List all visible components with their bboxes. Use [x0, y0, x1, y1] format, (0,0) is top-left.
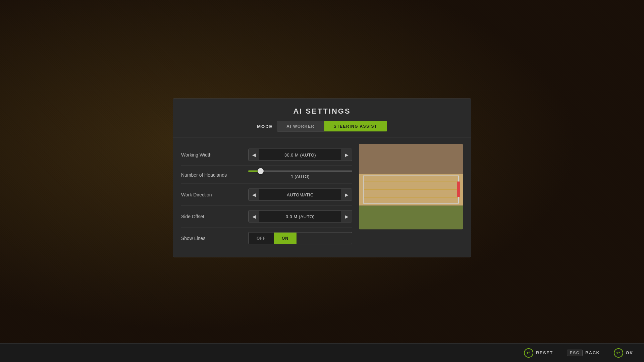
ok-icon: ↩: [614, 348, 623, 358]
working-width-control: ◀ 30.0 M (AUTO) ▶: [248, 149, 352, 161]
work-direction-arrow-control: ◀ AUTOMATIC ▶: [248, 189, 352, 201]
modal-title: AI SETTINGS: [180, 107, 464, 116]
field-preview: [359, 144, 463, 230]
esc-key: ESC: [567, 350, 583, 356]
mode-label: MODE: [257, 124, 273, 129]
working-width-row: Working Width ◀ 30.0 M (AUTO) ▶: [181, 144, 352, 166]
headlands-slider-track[interactable]: [248, 171, 352, 172]
working-width-arrow-control: ◀ 30.0 M (AUTO) ▶: [248, 149, 352, 161]
show-lines-on-btn[interactable]: ON: [274, 233, 297, 244]
work-direction-value: AUTOMATIC: [259, 192, 341, 197]
field-vehicle-marker: [457, 182, 460, 197]
back-label: BACK: [585, 350, 600, 355]
side-offset-row: Side Offset ◀ 0.0 M (AUTO) ▶: [181, 206, 352, 228]
working-width-label: Working Width: [181, 152, 248, 158]
headlands-slider-thumb[interactable]: [258, 168, 264, 174]
show-lines-row: Show Lines OFF ON: [181, 228, 352, 249]
show-lines-control: OFF ON: [248, 232, 352, 244]
work-direction-left-btn[interactable]: ◀: [249, 189, 259, 200]
field-bottom-area: [359, 205, 463, 229]
side-offset-left-btn[interactable]: ◀: [249, 211, 259, 222]
working-width-left-btn[interactable]: ◀: [249, 149, 259, 161]
field-line-1: [364, 182, 458, 182]
work-direction-row: Work Direction ◀ AUTOMATIC ▶: [181, 184, 352, 206]
show-lines-toggle: OFF ON: [248, 232, 352, 244]
work-direction-label: Work Direction: [181, 192, 248, 197]
headlands-slider-container: 1 (AUTO): [248, 171, 352, 179]
headlands-slider-value: 1 (AUTO): [248, 174, 352, 179]
headlands-row: Number of Headlands 1 (AUTO): [181, 166, 352, 184]
tab-bar: MODE AI WORKER STEERING ASSIST: [173, 121, 471, 137]
working-width-value: 30.0 M (AUTO): [259, 152, 341, 157]
side-offset-arrow-control: ◀ 0.0 M (AUTO) ▶: [248, 210, 352, 223]
side-offset-label: Side Offset: [181, 214, 248, 219]
side-offset-value: 0.0 M (AUTO): [259, 214, 341, 219]
show-lines-label: Show Lines: [181, 236, 248, 241]
field-top-area: [359, 144, 463, 174]
modal-header: AI SETTINGS: [173, 99, 471, 121]
preview-panel: [359, 144, 463, 249]
back-button[interactable]: ESC BACK: [563, 348, 604, 358]
tab-ai-worker[interactable]: AI WORKER: [277, 121, 324, 132]
ai-settings-modal: AI SETTINGS MODE AI WORKER STEERING ASSI…: [173, 99, 471, 257]
working-width-right-btn[interactable]: ▶: [341, 149, 352, 161]
separator-1: [560, 348, 560, 358]
headlands-control: 1 (AUTO): [248, 171, 352, 179]
work-direction-control: ◀ AUTOMATIC ▶: [248, 189, 352, 201]
side-offset-right-btn[interactable]: ▶: [341, 211, 352, 222]
side-offset-control: ◀ 0.0 M (AUTO) ▶: [248, 210, 352, 223]
work-direction-right-btn[interactable]: ▶: [341, 189, 352, 200]
reset-label: RESET: [536, 350, 553, 355]
headlands-label: Number of Headlands: [181, 172, 248, 177]
reset-button[interactable]: ↩ RESET: [520, 346, 557, 360]
bottom-bar: ↩ RESET ESC BACK ↩ OK: [0, 343, 644, 362]
field-work-lines: [364, 178, 458, 201]
show-lines-off-btn[interactable]: OFF: [249, 233, 274, 244]
settings-panel: Working Width ◀ 30.0 M (AUTO) ▶ Number o…: [181, 144, 352, 249]
ok-label: OK: [626, 350, 634, 355]
field-line-3: [364, 197, 458, 198]
separator-2: [607, 348, 607, 358]
reset-icon: ↩: [524, 348, 533, 358]
field-line-2: [364, 189, 458, 190]
ok-button[interactable]: ↩ OK: [610, 346, 638, 360]
modal-body: Working Width ◀ 30.0 M (AUTO) ▶ Number o…: [173, 137, 471, 257]
tab-steering-assist[interactable]: STEERING ASSIST: [324, 121, 387, 132]
